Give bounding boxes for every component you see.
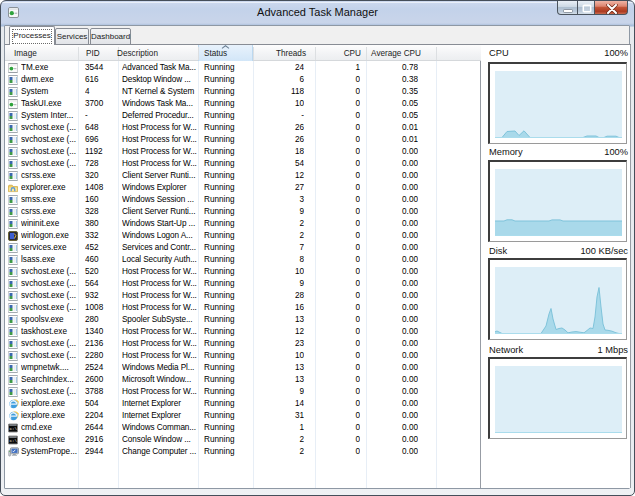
svg-text:C:\: C:\ (10, 427, 18, 431)
svg-text:C:\: C:\ (10, 439, 18, 443)
